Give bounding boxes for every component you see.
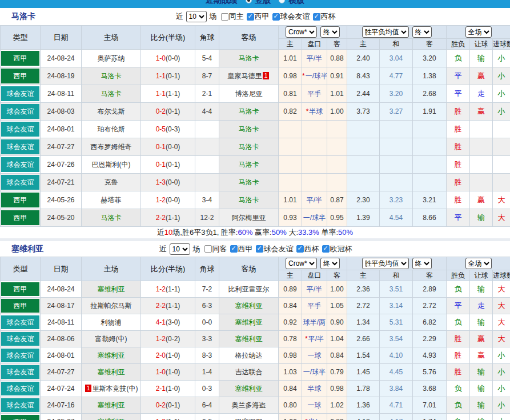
league-checkbox[interactable] bbox=[322, 245, 330, 253]
avg-away-win bbox=[413, 138, 447, 156]
avg-away-win: 3.21 bbox=[413, 191, 447, 209]
halftime-score: (0-1) bbox=[166, 72, 180, 80]
league-type-badge: 球会友谊 bbox=[1, 398, 39, 412]
league-type-cell: 西甲 bbox=[1, 50, 41, 67]
same-venue-checkbox[interactable] bbox=[221, 13, 228, 21]
avg-state-select[interactable]: 终 bbox=[412, 258, 432, 269]
league-type-cell: 球会友谊 bbox=[1, 174, 41, 191]
fulltime-score: 1-0 bbox=[156, 368, 166, 376]
league-type-badge: 球会友谊 bbox=[1, 139, 39, 154]
score-cell: 1-1(1-1) bbox=[141, 85, 195, 103]
result-wdl: 胜 bbox=[447, 331, 470, 347]
same-venue-filter[interactable]: 同主 bbox=[221, 11, 244, 22]
corner-score: 5-4 bbox=[195, 50, 219, 67]
result-goals bbox=[493, 174, 510, 191]
layout-radio-vertical[interactable] bbox=[246, 0, 252, 3]
league-filter-label: 西甲 bbox=[238, 244, 253, 254]
corner-score bbox=[195, 156, 219, 174]
home-team-cell: 利物浦 bbox=[82, 314, 141, 331]
league-type-badge: 西甲 bbox=[1, 193, 39, 207]
away-team: 塞维利亚 bbox=[235, 385, 263, 393]
scope-select[interactable]: 全场 bbox=[465, 26, 492, 38]
scope-select[interactable]: 全场 bbox=[465, 258, 492, 269]
odds-away: 1.04 bbox=[327, 331, 347, 347]
avg-draw: 4.10 bbox=[380, 347, 413, 364]
avg-home-win: 2.40 bbox=[347, 50, 380, 67]
league-type-badge: 西甲 bbox=[1, 69, 39, 83]
odds-away: 0.90 bbox=[327, 314, 347, 331]
league-type-cell: 球会友谊 bbox=[1, 331, 41, 347]
league-checkbox[interactable] bbox=[272, 13, 280, 21]
result-handicap: 输 bbox=[470, 314, 493, 331]
corner-score: 6-5 bbox=[195, 414, 219, 420]
team-name: 马洛卡 bbox=[11, 11, 35, 22]
result-wdl: 负 bbox=[447, 314, 470, 331]
result-handicap: 赢 bbox=[470, 331, 493, 347]
result-wdl: 负 bbox=[447, 381, 470, 397]
halftime-score: (0-2) bbox=[166, 335, 180, 343]
subcolumn-header: 主 bbox=[279, 39, 302, 50]
avg-away-win: 2.72 bbox=[413, 298, 447, 314]
halftime-score: (0-1) bbox=[166, 107, 180, 115]
home-team: 布尔戈斯 bbox=[98, 107, 125, 115]
league-filter[interactable]: 欧冠杯 bbox=[322, 244, 352, 254]
recent-label: 近 bbox=[176, 11, 183, 22]
odds-state-select[interactable]: 终 bbox=[320, 258, 340, 269]
league-filter[interactable]: 西甲 bbox=[230, 244, 253, 254]
avg-draw: 3.51 bbox=[380, 281, 413, 298]
league-filter[interactable]: 球会友谊 bbox=[272, 11, 310, 22]
league-filter[interactable]: 球会友谊 bbox=[256, 244, 294, 254]
away-team-cell: 巴塞罗那 bbox=[219, 414, 279, 420]
handicap-cell: 平手 bbox=[302, 85, 327, 103]
home-team-cell: 塞维利亚 bbox=[82, 397, 141, 414]
away-team: 格拉纳达 bbox=[235, 351, 263, 359]
odds-home bbox=[279, 138, 302, 156]
layout-radio-horizontal[interactable] bbox=[279, 0, 285, 3]
away-team: 巴塞罗那 bbox=[235, 418, 263, 420]
league-checkbox[interactable] bbox=[230, 245, 238, 253]
avg-away-win bbox=[413, 121, 447, 138]
fulltime-score: 0-1 bbox=[156, 161, 166, 169]
record-summary-segment: 场,胜6平3负1, 胜率: bbox=[172, 228, 238, 237]
recent-count-select[interactable]: 10 bbox=[170, 243, 190, 255]
league-checkbox[interactable] bbox=[256, 245, 263, 253]
league-filter[interactable]: 西杯 bbox=[296, 244, 319, 254]
result-wdl: 胜 bbox=[447, 191, 470, 209]
avg-home-win: 1.34 bbox=[347, 314, 380, 331]
same-venue-checkbox[interactable] bbox=[204, 245, 212, 253]
match-date: 24-08-11 bbox=[41, 314, 82, 331]
odds-home: 1.01 bbox=[279, 50, 302, 67]
avg-select[interactable]: 胜平负均值 bbox=[362, 258, 409, 269]
league-checkbox[interactable] bbox=[247, 13, 254, 21]
halftime-score: (0-3) bbox=[166, 125, 180, 133]
league-checkbox[interactable] bbox=[313, 13, 320, 21]
result-handicap: 赢 bbox=[470, 103, 493, 121]
away-team: 马洛卡 bbox=[239, 107, 259, 115]
halftime-score: (3-0) bbox=[166, 318, 180, 326]
handicap: 一/球半 bbox=[306, 72, 327, 80]
league-type-cell: 球会友谊 bbox=[1, 85, 41, 103]
record-summary-segment: 单率: bbox=[319, 228, 338, 237]
recent-count-select[interactable]: 10 bbox=[186, 11, 207, 22]
halftime-score: (1-0) bbox=[166, 368, 180, 376]
away-team: 马洛卡 bbox=[239, 196, 259, 204]
handicap-star: * bbox=[306, 107, 309, 115]
odds-company-select[interactable]: Crow* bbox=[286, 258, 317, 269]
avg-select[interactable]: 胜平负均值 bbox=[362, 26, 409, 38]
avg-away-win: 6.82 bbox=[413, 314, 447, 331]
avg-state-select[interactable]: 终 bbox=[412, 26, 432, 38]
league-filter[interactable]: 西杯 bbox=[313, 11, 336, 22]
odds-company-select[interactable]: Crow* bbox=[286, 26, 317, 38]
league-checkbox[interactable] bbox=[296, 245, 304, 253]
avg-away-win: 1.91 bbox=[413, 103, 447, 121]
odds-state-select[interactable]: 终 bbox=[320, 26, 340, 38]
score-cell: 1-2(0-0) bbox=[141, 191, 195, 209]
team-section: 塞维利亚近10场同客西甲球会友谊西杯欧冠杯类型日期主场比分(半场)角球客场Cro… bbox=[0, 241, 510, 420]
home-team: 塞维利亚 bbox=[98, 351, 125, 359]
avg-away-win: 1.74 bbox=[413, 414, 447, 420]
league-filter[interactable]: 西甲 bbox=[247, 11, 270, 22]
result-goals: 大 bbox=[493, 314, 510, 331]
score-cell: 2-2(1-1) bbox=[141, 298, 195, 314]
same-venue-filter[interactable]: 同客 bbox=[204, 244, 227, 254]
result-handicap: 走 bbox=[470, 85, 493, 103]
